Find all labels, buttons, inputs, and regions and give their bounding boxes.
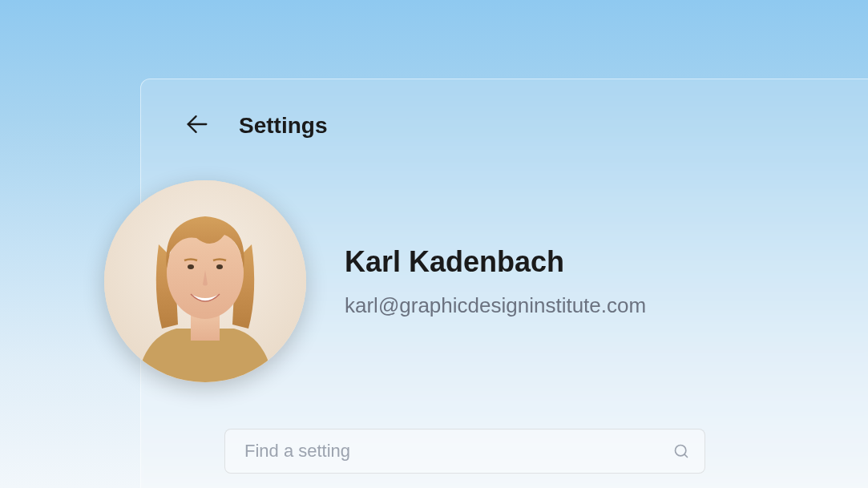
avatar[interactable] [104,180,306,382]
header: Settings [141,79,868,142]
search-icon [673,443,689,459]
svg-point-5 [216,264,223,269]
svg-line-7 [684,454,688,458]
profile-info: Karl Kadenbach karl@graphicdesigninstitu… [345,245,646,318]
search-container [224,429,705,474]
arrow-left-icon [184,111,211,141]
svg-point-4 [188,264,194,269]
search-box [224,429,705,474]
profile-email: karl@graphicdesigninstitute.com [345,293,646,318]
profile-section: Karl Kadenbach karl@graphicdesigninstitu… [104,180,646,382]
search-input[interactable] [224,429,705,474]
page-title: Settings [239,113,327,139]
profile-name: Karl Kadenbach [345,245,646,279]
back-button[interactable] [181,110,213,142]
avatar-image [104,180,306,382]
